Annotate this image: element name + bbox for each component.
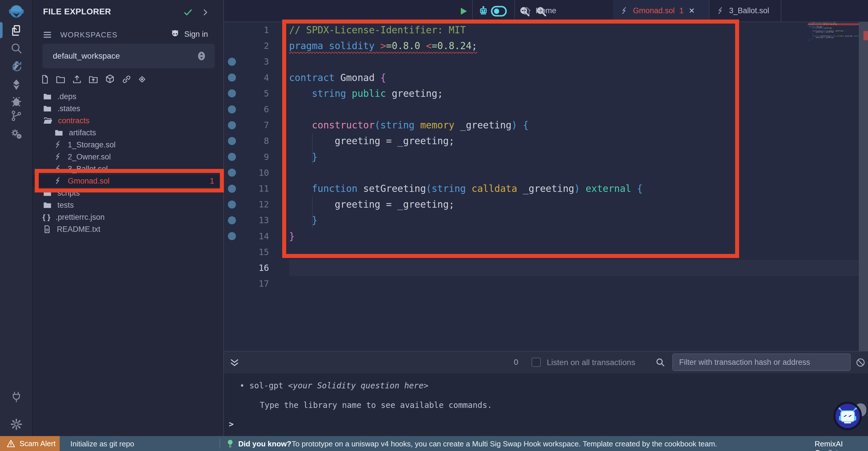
activity-bar (0, 0, 33, 436)
error-count-badge: 1 (210, 177, 214, 186)
new-file-icon[interactable] (40, 74, 50, 84)
collapse-terminal-icon[interactable] (229, 357, 240, 368)
code-line-9: } (289, 149, 317, 165)
file-explorer-toolbar (33, 74, 224, 86)
line-number[interactable]: 17 (224, 276, 273, 291)
tree-item-artifacts[interactable]: artifacts (33, 127, 224, 139)
clone-git-icon[interactable] (137, 74, 147, 84)
solidity-icon (54, 152, 63, 161)
gutter-dot[interactable] (228, 74, 236, 82)
link-icon[interactable] (121, 74, 132, 84)
gutter-dot[interactable] (228, 58, 236, 66)
tree-item-1_Storage.sol[interactable]: 1_Storage.sol (33, 139, 224, 151)
solidity-compiler-icon (10, 60, 23, 74)
scrollbar-track[interactable] (859, 22, 868, 351)
line-number[interactable]: 2 (224, 38, 273, 54)
activity-solidity-compiler[interactable] (0, 60, 33, 74)
gutter-dot[interactable] (228, 200, 236, 208)
chevron-right-icon[interactable] (201, 8, 210, 17)
minimap[interactable]: // SPDX-License-Identifier: MIT pragma s… (809, 22, 859, 137)
gutter-dot[interactable] (228, 232, 236, 240)
indent-guide (312, 196, 313, 228)
upload-file-icon[interactable] (72, 74, 82, 84)
activity-debugger[interactable] (0, 95, 33, 108)
activity-settings[interactable] (0, 418, 33, 431)
file-explorer-icon (10, 24, 23, 37)
lightbulb-icon (226, 439, 235, 448)
line-number[interactable]: 1 (224, 22, 273, 38)
tab-Gmonad.sol[interactable]: Gmonad.sol1✕ (613, 0, 709, 22)
activity-plugin-manager[interactable] (0, 127, 33, 140)
tree-item-.deps[interactable]: .deps (33, 90, 224, 103)
tree-item-.prettierrc.json[interactable]: { }.prettierrc.json (33, 211, 224, 223)
tab-3_Ballot.sol[interactable]: 3_Ballot.sol (709, 0, 781, 22)
workspace-select[interactable]: default_workspace (42, 44, 215, 68)
close-tab-icon[interactable]: ✕ (689, 7, 695, 15)
tab-label: Home (536, 6, 556, 15)
activity-file-explorer[interactable] (0, 24, 33, 37)
tree-item-label: 3_Ballot.sol (68, 165, 108, 173)
status-bar: Scam Alert Initialize as git repo Did yo… (0, 436, 868, 451)
tree-item-scripts[interactable]: scripts (33, 187, 224, 199)
gutter-dot[interactable] (228, 185, 236, 193)
deploy-run-icon (10, 78, 23, 91)
listen-all-label: Listen on all transactions (547, 358, 635, 367)
gutter-dot[interactable] (228, 106, 236, 113)
line-number[interactable]: 16 (224, 260, 273, 276)
workspace-selected-value: default_workspace (53, 51, 120, 61)
listen-all-checkbox[interactable] (532, 358, 541, 367)
line-number[interactable]: 15 (224, 244, 273, 260)
editor-tabbar: HomeGmonad.sol1✕3_Ballot.sol (224, 0, 868, 22)
gutter-dot[interactable] (228, 137, 236, 145)
activity-git[interactable] (0, 109, 33, 122)
activity-deploy-run[interactable] (0, 78, 33, 91)
tree-item-contracts[interactable]: contracts (33, 115, 224, 127)
scam-alert-label: Scam Alert (20, 439, 56, 448)
upload-folder-icon[interactable] (88, 74, 98, 84)
tab-label: Gmonad.sol (633, 6, 675, 15)
file-lines-icon (42, 225, 52, 234)
sign-in-button[interactable]: Sign in (184, 30, 208, 39)
activity-remix-logo[interactable] (0, 4, 33, 20)
tree-item-2_Owner.sol[interactable]: 2_Owner.sol (33, 151, 224, 163)
gutter-dot[interactable] (228, 153, 236, 161)
remix-ai-assistant-button[interactable] (833, 402, 862, 430)
new-folder-icon[interactable] (55, 74, 66, 84)
code-line-12: greeting = _greeting; (289, 196, 454, 212)
tree-item-tests[interactable]: tests (33, 199, 224, 211)
remix-logo-icon (8, 4, 25, 20)
tree-item-README.txt[interactable]: README.txt (33, 223, 224, 235)
tree-item-3_Ballot.sol[interactable]: 3_Ballot.sol (33, 163, 224, 175)
code-line-5: string public greeting; (289, 86, 443, 102)
transaction-filter-input[interactable] (673, 354, 850, 371)
tree-item-label: artifacts (69, 129, 96, 137)
git-init-button[interactable]: Initialize as git repo (70, 440, 134, 448)
terminal-output[interactable]: • sol-gpt <your Solidity question here>T… (224, 373, 868, 436)
file-explorer-panel: FILE EXPLORER WORKSPACES Sign in default… (33, 0, 224, 436)
copilot-toggle[interactable] (491, 6, 507, 17)
tree-item-Gmonad.sol[interactable]: Gmonad.sol1 (33, 175, 224, 187)
ai-robot-icon[interactable] (477, 5, 489, 17)
publish-ipfs-icon[interactable] (105, 74, 115, 84)
ban-icon[interactable] (856, 357, 866, 368)
scam-alert-badge[interactable]: Scam Alert (0, 436, 60, 451)
gutter-dot[interactable] (228, 216, 236, 224)
tree-item-.states[interactable]: .states (33, 103, 224, 115)
folder-icon (42, 92, 52, 102)
tree-item-label: README.txt (57, 225, 100, 234)
did-you-know-label: Did you know? (238, 440, 291, 448)
statusbar-separator (220, 439, 220, 449)
copilot-status[interactable]: RemixAI Copilot (enabled) (815, 440, 868, 451)
tab-Home[interactable]: Home (515, 0, 613, 22)
activity-search[interactable] (0, 42, 33, 55)
settings-icon (10, 418, 23, 431)
tree-item-label: tests (57, 201, 74, 210)
tree-item-label: contracts (58, 116, 90, 125)
activity-plug[interactable] (0, 391, 33, 403)
github-icon[interactable] (170, 29, 180, 39)
hamburger-menu-icon[interactable] (42, 30, 52, 40)
terminal-prompt[interactable]: > (229, 419, 234, 429)
tree-item-label: .deps (57, 92, 76, 101)
run-script-button[interactable] (458, 6, 468, 16)
gutter-dot[interactable] (228, 121, 236, 129)
